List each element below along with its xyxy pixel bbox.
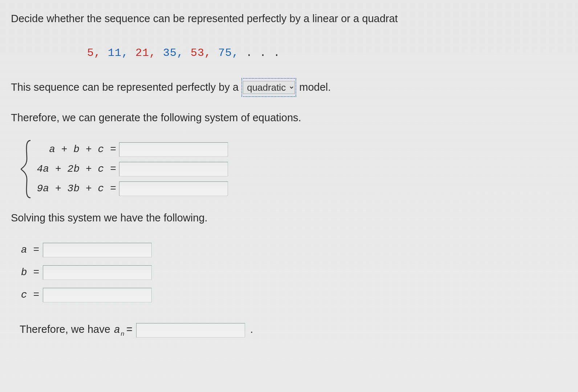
solution-row-c: c =: [17, 284, 578, 306]
final-input-an[interactable]: [136, 323, 245, 338]
sequence-term-2: 11,: [101, 47, 129, 59]
curly-brace-icon: [20, 139, 33, 199]
equation-label-3: 9a + 3b + c =: [33, 181, 119, 196]
sequence-display: 5, 11, 21, 35, 53, 75, . . .: [87, 45, 578, 61]
solution-label-a: a =: [17, 242, 43, 258]
an-a: a: [114, 324, 120, 336]
system-intro-text: Therefore, we can generate the following…: [11, 110, 578, 126]
an-subscript-n: n: [121, 331, 124, 338]
final-pre: Therefore, we have: [20, 322, 110, 338]
solution-input-a[interactable]: [43, 243, 152, 257]
model-sentence: This sequence can be represented perfect…: [11, 78, 578, 97]
equation-system: a + b + c = 4a + 2b + c = 9a + 3b + c =: [20, 139, 578, 199]
final-sentence: Therefore, we have an = .: [20, 321, 578, 338]
solving-intro-text: Solving this system we have the followin…: [11, 210, 578, 226]
an-variable: an: [114, 322, 124, 338]
sequence-term-1: 5,: [87, 47, 101, 59]
solution-label-c: c =: [17, 287, 43, 303]
sequence-term-4: 35,: [156, 47, 184, 59]
final-period: .: [250, 321, 253, 337]
sequence-term-5: 53,: [184, 47, 211, 59]
prompt-text: Decide whether the sequence can be repre…: [11, 11, 578, 27]
solution-input-c[interactable]: [43, 288, 152, 302]
sequence-ellipsis: . . .: [239, 47, 280, 59]
model-select[interactable]: linear quadratic: [243, 81, 295, 94]
model-sentence-post: model.: [299, 81, 331, 93]
equation-row-2: 4a + 2b + c =: [33, 159, 228, 179]
model-sentence-pre: This sequence can be represented perfect…: [11, 81, 239, 93]
sequence-term-3: 21,: [129, 47, 156, 59]
solution-row-a: a =: [17, 239, 578, 261]
model-select-wrap: linear quadratic: [241, 78, 296, 97]
equation-input-1[interactable]: [119, 142, 228, 157]
equation-label-1: a + b + c =: [33, 142, 119, 157]
final-equals: =: [126, 322, 133, 338]
sequence-term-6: 75,: [211, 47, 239, 59]
equation-row-1: a + b + c =: [33, 140, 228, 159]
solution-label-b: b =: [17, 265, 43, 280]
solution-input-b[interactable]: [43, 265, 152, 280]
equation-input-2[interactable]: [119, 162, 228, 176]
solution-block: a = b = c =: [17, 239, 578, 306]
equation-row-3: 9a + 3b + c =: [33, 179, 228, 199]
solution-row-b: b =: [17, 261, 578, 284]
equation-label-2: 4a + 2b + c =: [33, 162, 119, 177]
equation-input-3[interactable]: [119, 181, 228, 196]
